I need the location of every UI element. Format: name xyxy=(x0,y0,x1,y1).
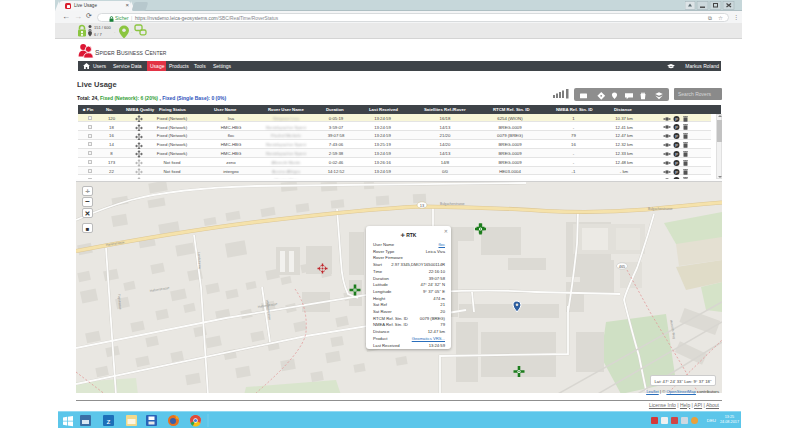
svg-text:13: 13 xyxy=(420,203,425,208)
svg-text:P: P xyxy=(675,160,678,165)
svg-text:P: P xyxy=(675,116,678,121)
svg-text:Hauptstrasse: Hauptstrasse xyxy=(106,240,125,247)
svg-text:Hafnerstrasse: Hafnerstrasse xyxy=(149,285,169,292)
svg-text:6 / 7: 6 / 7 xyxy=(94,32,103,37)
svg-text:P: P xyxy=(675,151,678,156)
svg-text:Bulgacherstrasse: Bulgacherstrasse xyxy=(648,207,673,211)
svg-text:z: z xyxy=(107,416,111,425)
svg-text:151 / 600: 151 / 600 xyxy=(94,25,111,30)
svg-text:465: 465 xyxy=(619,264,626,269)
svg-text:P: P xyxy=(675,125,678,130)
svg-text:P: P xyxy=(675,169,678,174)
svg-text:.: . xyxy=(131,28,132,34)
svg-text:P: P xyxy=(675,134,678,139)
svg-text:Heinrich-Weg: Heinrich-Weg xyxy=(669,319,676,339)
svg-text:P: P xyxy=(675,143,678,148)
svg-text:Bulgacherstrasse: Bulgacherstrasse xyxy=(440,202,465,206)
svg-text:.: . xyxy=(114,28,115,34)
